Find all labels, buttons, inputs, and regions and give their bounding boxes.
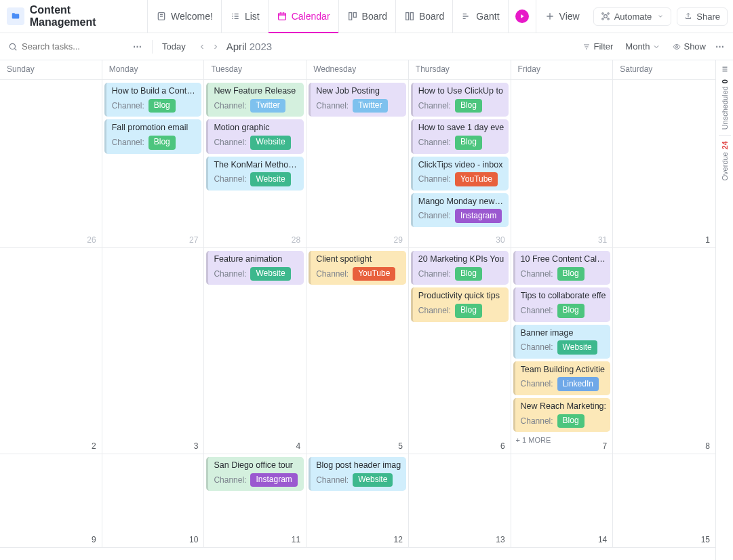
- calendar-event[interactable]: Productivity quick tipsChannel:Blog: [411, 287, 509, 321]
- scale-dropdown[interactable]: Month: [625, 41, 660, 52]
- play-icon: [515, 9, 529, 23]
- add-view-button[interactable]: View: [536, 0, 588, 33]
- rail-unscheduled[interactable]: Unscheduled 0: [721, 74, 729, 135]
- calendar-event[interactable]: New Reach Marketing:Channel:Blog: [513, 398, 611, 432]
- day-cell[interactable]: 10 Free Content CalendChannel:BlogTips t…: [511, 248, 614, 454]
- channel-label: Channel:: [418, 174, 451, 185]
- day-number: 12: [393, 535, 402, 544]
- automate-button[interactable]: Automate: [593, 7, 672, 26]
- day-cell[interactable]: 1: [613, 80, 715, 248]
- day-number: 9: [92, 535, 96, 544]
- day-cell[interactable]: 20 Marketing KPIs YouChannel:BlogProduct…: [409, 248, 511, 454]
- tab-label: Welcome!: [171, 11, 213, 22]
- channel-label: Channel:: [521, 378, 553, 390]
- channel-badge: YouTube: [353, 267, 395, 281]
- calendar-event[interactable]: Mango Monday new enChannel:Instagram: [411, 193, 509, 227]
- day-cell[interactable]: San Diego office tourChannel:Instagram11: [204, 454, 306, 548]
- event-title: Fall promotion email: [112, 122, 198, 134]
- rail-unscheduled-count: 0: [721, 79, 729, 83]
- tab-list[interactable]: List: [221, 0, 268, 33]
- calendar-event[interactable]: Client spotlightChannel:YouTube: [309, 251, 406, 285]
- calendar-event[interactable]: New Feature ReleaseChannel:Twitter: [206, 83, 304, 117]
- day-number: 30: [496, 235, 504, 245]
- day-cell[interactable]: 3: [102, 248, 205, 454]
- tab-welcome[interactable]: Welcome!: [147, 0, 221, 33]
- tab-label: Board: [362, 11, 387, 22]
- event-title: Mango Monday new en: [418, 196, 504, 208]
- day-cell[interactable]: New Feature ReleaseChannel:TwitterMotion…: [204, 80, 306, 248]
- calendar-event[interactable]: How to save 1 day eveChannel:Blog: [411, 119, 509, 153]
- day-number: 2: [92, 441, 96, 451]
- svg-point-8: [608, 13, 609, 14]
- calendar-event[interactable]: San Diego office tourChannel:Instagram: [206, 457, 304, 491]
- calendar-event[interactable]: Team Building ActivitieChannel:LinkedIn: [513, 361, 611, 395]
- channel-badge: LinkedIn: [557, 377, 599, 391]
- day-cell[interactable]: How to Use ClickUp toChannel:BlogHow to …: [409, 80, 511, 248]
- channel-badge: Website: [250, 172, 290, 186]
- rail-overdue[interactable]: Overdue 24: [721, 136, 729, 186]
- tab-board-1[interactable]: Board: [338, 0, 395, 33]
- prev-month-button[interactable]: [195, 40, 209, 54]
- day-cell[interactable]: Client spotlightChannel:YouTube5: [306, 248, 409, 454]
- search-more-icon[interactable]: ⋯: [133, 41, 142, 52]
- tab-gantt[interactable]: Gantt: [452, 0, 507, 33]
- calendar-event[interactable]: New Job PostingChannel:Twitter: [309, 83, 406, 117]
- svg-rect-3: [353, 13, 356, 18]
- show-button[interactable]: Show: [673, 41, 706, 52]
- automate-icon: [601, 12, 610, 21]
- channel-badge: Blog: [455, 99, 482, 113]
- record-button[interactable]: [508, 0, 536, 33]
- calendar-event[interactable]: How to Build a ContentChannel:Blog: [104, 83, 202, 117]
- day-cell[interactable]: 31: [511, 80, 614, 248]
- day-cell[interactable]: 9: [0, 454, 102, 548]
- tab-calendar[interactable]: Calendar: [268, 0, 338, 33]
- chevron-down-icon: [652, 43, 660, 51]
- calendar-event[interactable]: Blog post header imagChannel:Website: [309, 457, 406, 491]
- tab-board-2[interactable]: Board: [395, 0, 452, 33]
- calendar-event[interactable]: Fall promotion emailChannel:Blog: [104, 119, 202, 153]
- search-input[interactable]: [22, 41, 123, 52]
- day-cell[interactable]: Blog post header imagChannel:Website12: [306, 454, 409, 548]
- day-number: 29: [393, 235, 402, 245]
- channel-badge: Instagram: [250, 473, 297, 487]
- day-cell[interactable]: 10: [102, 454, 205, 548]
- channel-label: Channel:: [112, 137, 144, 148]
- day-cell[interactable]: 2: [0, 248, 102, 454]
- day-cell[interactable]: How to Build a ContentChannel:BlogFall p…: [102, 80, 205, 248]
- rail-overdue-label: Overdue: [721, 153, 729, 181]
- share-label: Share: [696, 12, 720, 22]
- day-cell[interactable]: 26: [0, 80, 102, 248]
- day-cell[interactable]: Feature animationChannel:Website4: [204, 248, 306, 454]
- calendar-event[interactable]: ClickTips video - inboxChannel:YouTube: [411, 157, 509, 191]
- calendar-grid: SundayMondayTuesdayWednesdayThursdayFrid…: [0, 60, 715, 560]
- rail-unscheduled-label: Unscheduled: [721, 86, 729, 129]
- day-cell[interactable]: 15: [613, 454, 715, 548]
- day-cell[interactable]: New Job PostingChannel:Twitter29: [306, 80, 409, 248]
- channel-label: Channel:: [521, 416, 553, 427]
- calendar-event[interactable]: The KonMari Method foChannel:Website: [206, 157, 304, 191]
- day-header: Thursday: [409, 60, 511, 79]
- day-number: 26: [87, 235, 96, 245]
- event-title: Team Building Activitie: [521, 364, 607, 376]
- channel-label: Channel:: [316, 100, 349, 112]
- day-cell[interactable]: 14: [511, 454, 614, 548]
- day-cell[interactable]: 8: [613, 248, 715, 454]
- rail-toggle-icon[interactable]: [720, 64, 730, 74]
- calendar-event[interactable]: Tips to collaborate effeChannel:Blog: [513, 287, 611, 321]
- calendar-event[interactable]: How to Use ClickUp toChannel:Blog: [411, 83, 509, 117]
- calendar-event[interactable]: Banner imageChannel:Website: [513, 325, 611, 359]
- filter-button[interactable]: Filter: [582, 41, 613, 52]
- calendar-event[interactable]: Feature animationChannel:Website: [206, 251, 304, 285]
- more-events-link[interactable]: + 1 MORE: [513, 435, 611, 445]
- calendar-event[interactable]: 20 Marketing KPIs YouChannel:Blog: [411, 251, 509, 285]
- calendar-event[interactable]: 10 Free Content CalendChannel:Blog: [513, 251, 611, 285]
- day-header: Tuesday: [204, 60, 306, 79]
- calendar-event[interactable]: Motion graphicChannel:Website: [206, 119, 304, 153]
- day-cell[interactable]: 13: [409, 454, 511, 548]
- today-button[interactable]: Today: [162, 41, 186, 52]
- channel-label: Channel:: [418, 305, 451, 317]
- share-button[interactable]: Share: [677, 7, 728, 26]
- next-month-button[interactable]: [209, 40, 222, 54]
- channel-label: Channel:: [214, 100, 246, 112]
- toolbar-more-icon[interactable]: ⋯: [715, 41, 725, 52]
